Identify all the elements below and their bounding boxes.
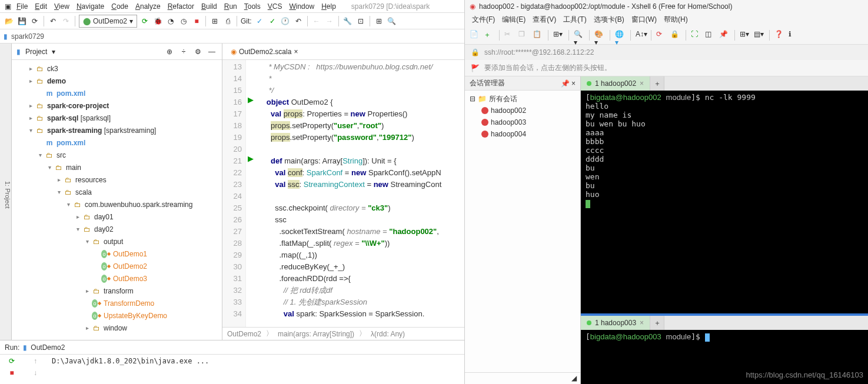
fullscreen-icon[interactable]: ⛶ bbox=[691, 30, 701, 41]
menu-help[interactable]: Help bbox=[318, 2, 340, 11]
layout-icon[interactable]: ⊞ bbox=[374, 16, 384, 26]
tree-chevron-icon[interactable]: ▸ bbox=[82, 325, 92, 331]
structure-icon[interactable]: ⊞ bbox=[209, 16, 220, 26]
xmenu-item[interactable]: 帮助(H) bbox=[661, 15, 690, 25]
code-line[interactable]: val ssc: StreamingContext = new Streamin… bbox=[260, 179, 464, 191]
xmenu-item[interactable]: 编辑(E) bbox=[500, 15, 528, 25]
attach-icon[interactable]: ⎙ bbox=[222, 16, 233, 26]
code-line[interactable]: */ bbox=[260, 85, 464, 96]
code-line[interactable]: .reduceByKey(_+_) bbox=[260, 261, 464, 273]
run-config-combo[interactable]: ⬤ OutDemo2 ▾ bbox=[79, 15, 137, 28]
project-structure-icon[interactable]: ⊡ bbox=[355, 16, 366, 26]
undo-icon[interactable]: ↶ bbox=[48, 16, 58, 26]
term-tab-hadoop003[interactable]: 1 hadoop003 × bbox=[581, 316, 650, 330]
tree-item[interactable]: ▸🗀ck3 bbox=[12, 62, 222, 75]
menu-window[interactable]: Window bbox=[285, 2, 318, 11]
menu-navigate[interactable]: Navigate bbox=[73, 2, 108, 11]
line-number[interactable]: 17 bbox=[222, 108, 242, 120]
menu-edit[interactable]: Edit bbox=[31, 2, 51, 11]
line-number[interactable]: 20 bbox=[222, 143, 242, 155]
hide-icon[interactable]: — bbox=[207, 46, 217, 57]
menu-file[interactable]: File bbox=[13, 2, 31, 11]
xmenu-item[interactable]: 查看(V) bbox=[530, 15, 558, 25]
line-number[interactable]: 34 bbox=[222, 308, 242, 320]
code-line[interactable]: * bbox=[260, 73, 464, 85]
session-item[interactable]: hadoop002 bbox=[467, 105, 578, 116]
tree-item[interactable]: o ◆OutDemo1 bbox=[12, 248, 222, 260]
code-line[interactable] bbox=[260, 191, 464, 202]
git-history-icon[interactable]: 🕐 bbox=[280, 16, 291, 26]
tree-chevron-icon[interactable]: ▾ bbox=[35, 152, 45, 158]
pin-icon[interactable]: 📌 bbox=[561, 79, 570, 88]
xmenu-item[interactable]: 窗口(W) bbox=[629, 15, 659, 25]
menu-analyze[interactable]: Analyze bbox=[132, 2, 164, 11]
tree-item[interactable]: ▾🗀output bbox=[12, 235, 222, 248]
crumb-project[interactable]: spark0729 bbox=[11, 32, 44, 41]
menu-run[interactable]: Run bbox=[221, 2, 241, 11]
tree-item[interactable]: mpom.xml bbox=[12, 136, 222, 149]
tree-item[interactable]: o ◆OutDemo2 bbox=[12, 260, 222, 272]
git-commit-icon[interactable]: ✓ bbox=[267, 16, 278, 26]
always-top-icon[interactable]: 📌 bbox=[719, 30, 730, 41]
run-output[interactable]: D:\Java\jdk1.8.0_202\bin\java.exe ... bbox=[47, 355, 464, 384]
tree-item[interactable]: o ◆OutDemo3 bbox=[12, 272, 222, 285]
bc-1[interactable]: main(args: Array[String]) bbox=[278, 330, 354, 338]
color-icon[interactable]: 🎨▾ bbox=[594, 30, 605, 41]
close-icon[interactable]: × bbox=[571, 79, 576, 88]
new-tab-button[interactable]: ＋ bbox=[650, 316, 664, 330]
code-line[interactable]: // 把 rdd转成df bbox=[260, 285, 464, 296]
rerun-icon[interactable]: ⟳ bbox=[139, 16, 150, 26]
xmenu-item[interactable]: 工具(T) bbox=[561, 15, 588, 25]
line-number[interactable]: 14 bbox=[222, 73, 242, 85]
font-icon[interactable]: A↕▾ bbox=[636, 30, 646, 41]
line-number[interactable]: 19 bbox=[222, 132, 242, 143]
tree-item[interactable]: o ◆TransformDemo bbox=[12, 297, 222, 309]
add-icon[interactable]: ＋ bbox=[484, 30, 494, 41]
new-icon[interactable]: 📄 bbox=[470, 30, 480, 41]
project-label[interactable]: Project bbox=[25, 48, 47, 56]
xshell-addressbar[interactable]: 🔒 ssh://root:******@192.168.2.112:22 bbox=[465, 45, 868, 60]
tree-chevron-icon[interactable]: ▸ bbox=[26, 102, 35, 109]
tree-item[interactable]: ▾🗀src bbox=[12, 149, 222, 161]
settings-icon[interactable]: 🔧 bbox=[342, 16, 353, 26]
code-line[interactable]: .flatMap(_.split( regex = "\\W+")) bbox=[260, 238, 464, 249]
redo-icon[interactable]: ↷ bbox=[61, 16, 71, 26]
menu-build[interactable]: Build bbox=[198, 2, 221, 11]
gear-icon[interactable]: ⚙ bbox=[192, 46, 203, 57]
tree-chevron-icon[interactable]: ▸ bbox=[26, 115, 35, 121]
line-number[interactable]: 16 bbox=[222, 96, 242, 108]
tree-chevron-icon[interactable]: ▾ bbox=[54, 189, 64, 195]
forward-icon[interactable]: → bbox=[324, 16, 335, 26]
tree-item[interactable]: ▸🗀transform bbox=[12, 285, 222, 297]
tree-item[interactable]: ▸🗀window bbox=[12, 322, 222, 334]
tree-item[interactable]: mpom.xml bbox=[12, 87, 222, 99]
project-toolwindow-tab[interactable]: 1: Project bbox=[0, 44, 12, 340]
menu-refactor[interactable]: Refactor bbox=[164, 2, 198, 11]
code-line[interactable]: props.setProperty("user","root") bbox=[260, 120, 464, 132]
xmenu-item[interactable]: 选项卡(B) bbox=[591, 15, 627, 25]
tree-chevron-icon[interactable]: ▾ bbox=[73, 226, 82, 232]
line-number[interactable]: 22 bbox=[222, 167, 242, 179]
session-item[interactable]: hadoop003 bbox=[467, 116, 578, 128]
tree-item[interactable]: o ◆UpstateByKeyDemo bbox=[12, 309, 222, 322]
search-icon[interactable]: 🔍 bbox=[387, 16, 397, 26]
terminal-hadoop002[interactable]: [bigdata@hadoop002 module]$ nc -lk 9999 … bbox=[581, 91, 868, 313]
help-icon[interactable]: ❓ bbox=[774, 30, 785, 41]
tree-item[interactable]: ▸🗀spark-sql [sparksql] bbox=[12, 112, 222, 124]
line-number[interactable]: 15 bbox=[222, 85, 242, 96]
tree-item[interactable]: ▾🗀main bbox=[12, 161, 222, 173]
code-line[interactable]: props.setProperty("password","199712") bbox=[260, 132, 464, 143]
new-tab-button[interactable]: ＋ bbox=[650, 76, 664, 91]
tree-item[interactable]: ▸🗀day01 bbox=[12, 211, 222, 223]
down-icon[interactable]: ↓ bbox=[34, 369, 37, 377]
code-line[interactable]: ssc.checkpoint( directory = "ck3") bbox=[260, 202, 464, 214]
xmenu-item[interactable]: 文件(F) bbox=[470, 15, 497, 25]
tree-item[interactable]: ▾🗀com.buwenbuhuo.spark.streaming bbox=[12, 198, 222, 211]
line-number[interactable]: 33 bbox=[222, 296, 242, 308]
expand-icon[interactable]: ÷ bbox=[178, 46, 189, 57]
term-tab-hadoop002[interactable]: 1 hadoop002 × bbox=[581, 76, 650, 91]
cut-icon[interactable]: ✂ bbox=[504, 30, 515, 41]
paste-icon[interactable]: 📋 bbox=[533, 30, 543, 41]
git-update-icon[interactable]: ✓ bbox=[254, 16, 265, 26]
line-number[interactable]: 13 bbox=[222, 61, 242, 73]
